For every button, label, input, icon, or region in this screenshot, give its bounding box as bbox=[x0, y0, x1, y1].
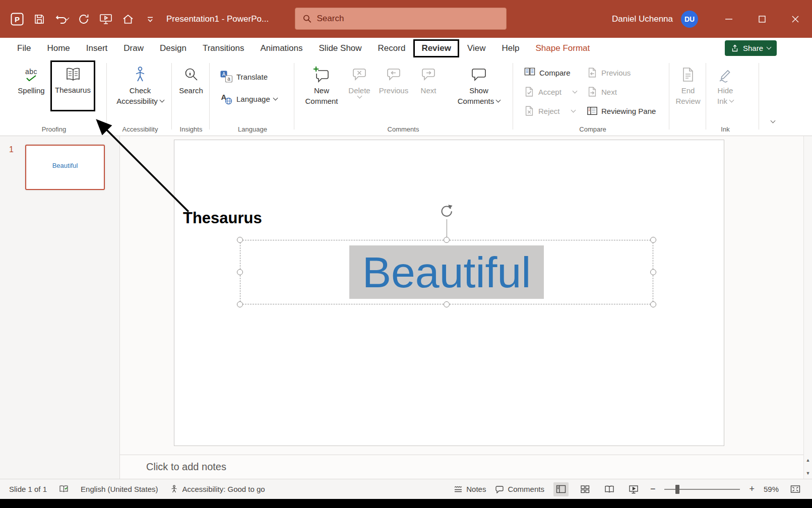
zoom-in-button[interactable]: + bbox=[749, 484, 755, 494]
slide-sorter-view-button[interactable] bbox=[578, 482, 593, 496]
show-comments-dropdown-icon[interactable] bbox=[496, 98, 501, 103]
share-label: Share bbox=[743, 44, 763, 52]
scroll-up-arrow[interactable]: ▲ bbox=[804, 458, 812, 463]
save-button[interactable] bbox=[28, 8, 50, 30]
slide-indicator[interactable]: Slide 1 of 1 bbox=[9, 485, 47, 493]
user-name[interactable]: Daniel Uchenna bbox=[612, 14, 673, 24]
tab-view[interactable]: View bbox=[459, 39, 494, 58]
spelling-button[interactable]: abc Spelling bbox=[13, 61, 49, 113]
slide-show-icon bbox=[629, 485, 639, 494]
tab-transitions[interactable]: Transitions bbox=[195, 39, 253, 58]
slide-number: 1 bbox=[9, 145, 14, 154]
comments-toggle-label: Comments bbox=[508, 485, 544, 493]
reading-view-button[interactable] bbox=[602, 482, 617, 496]
slide-show-view-button[interactable] bbox=[626, 482, 641, 496]
minimize-button[interactable] bbox=[712, 0, 745, 38]
slide[interactable]: Beautiful bbox=[174, 140, 724, 446]
resize-handle-top-right[interactable] bbox=[650, 237, 656, 243]
tab-slide-show[interactable]: Slide Show bbox=[311, 39, 370, 58]
spelling-icon: abc bbox=[25, 65, 37, 85]
rotate-handle[interactable] bbox=[439, 204, 454, 221]
tab-animations[interactable]: Animations bbox=[252, 39, 310, 58]
zoom-level[interactable]: 59% bbox=[764, 485, 779, 493]
scroll-down-arrow[interactable]: ▼ bbox=[804, 471, 812, 476]
reject-dropdown-icon bbox=[571, 107, 576, 112]
tab-insert[interactable]: Insert bbox=[78, 39, 116, 58]
resize-handle-bottom-left[interactable] bbox=[237, 301, 243, 307]
group-divider bbox=[669, 63, 669, 130]
comments-toggle-button[interactable]: Comments bbox=[495, 485, 544, 493]
quick-access-toolbar: P bbox=[6, 0, 161, 38]
language-group-label: Language bbox=[212, 125, 293, 133]
ribbon-tab-bar: File Home Insert Draw Design Transitions… bbox=[0, 38, 812, 59]
vertical-scrollbar[interactable]: ▲ ▼ bbox=[803, 136, 812, 479]
user-avatar[interactable]: DU bbox=[681, 11, 698, 28]
share-dropdown-icon[interactable] bbox=[767, 45, 772, 50]
fit-to-window-icon bbox=[790, 485, 800, 493]
share-button[interactable]: Share bbox=[725, 40, 777, 56]
new-comment-label-line2: Comment bbox=[305, 96, 338, 106]
check-accessibility-button[interactable]: Check Accessibility bbox=[110, 61, 170, 113]
maximize-button[interactable] bbox=[745, 0, 779, 38]
notes-pane[interactable]: Click to add notes bbox=[120, 455, 803, 479]
zoom-slider-thumb[interactable] bbox=[675, 485, 679, 494]
home-icon[interactable] bbox=[117, 8, 139, 30]
tab-record[interactable]: Record bbox=[370, 39, 414, 58]
previous-comment-icon bbox=[385, 65, 402, 85]
next-change-label: Next bbox=[601, 87, 617, 97]
notes-toggle-button[interactable]: Notes bbox=[454, 485, 486, 493]
tab-design[interactable]: Design bbox=[152, 39, 195, 58]
reviewing-pane-button[interactable]: Reviewing Pane bbox=[584, 103, 659, 118]
normal-view-button[interactable] bbox=[553, 482, 569, 496]
tab-file[interactable]: File bbox=[9, 39, 39, 58]
resize-handle-middle-right[interactable] bbox=[650, 269, 656, 275]
check-accessibility-dropdown-icon[interactable] bbox=[159, 98, 164, 103]
previous-change-icon bbox=[587, 67, 598, 78]
compare-label: Compare bbox=[539, 68, 571, 78]
show-comments-button[interactable]: Show Comments bbox=[453, 61, 505, 113]
start-slideshow-icon[interactable] bbox=[95, 8, 117, 30]
title-textbox-selection[interactable]: Beautiful bbox=[240, 240, 653, 304]
smart-search-button[interactable]: Search bbox=[174, 61, 208, 113]
resize-handle-bottom-right[interactable] bbox=[650, 301, 656, 307]
accessibility-icon bbox=[170, 485, 178, 493]
tab-review-active-annotated[interactable]: Review bbox=[413, 39, 459, 57]
tab-insert-label: Insert bbox=[86, 43, 108, 53]
collapse-ribbon-chevron-icon bbox=[770, 118, 775, 123]
check-accessibility-label-line1: Check bbox=[130, 86, 151, 95]
reject-label: Reject bbox=[538, 106, 560, 116]
close-button[interactable] bbox=[779, 0, 812, 38]
tab-home[interactable]: Home bbox=[39, 39, 78, 58]
collapse-ribbon-button[interactable] bbox=[766, 115, 779, 128]
resize-handle-bottom-middle[interactable] bbox=[444, 301, 450, 307]
group-divider bbox=[171, 63, 172, 130]
zoom-slider[interactable] bbox=[664, 489, 740, 490]
ink-group-label: Ink bbox=[708, 125, 742, 133]
search-input[interactable] bbox=[317, 14, 499, 24]
language-button[interactable]: A Language bbox=[217, 91, 280, 106]
tab-draw[interactable]: Draw bbox=[115, 39, 152, 58]
thesaurus-button-annotated[interactable]: Thesaurus bbox=[50, 60, 95, 111]
redo-button[interactable] bbox=[73, 8, 95, 30]
accessibility-status[interactable]: Accessibility: Good to go bbox=[170, 485, 265, 493]
resize-handle-top-left[interactable] bbox=[237, 237, 243, 243]
zoom-out-button[interactable]: − bbox=[650, 484, 656, 494]
slide-1-thumbnail[interactable]: Beautiful bbox=[25, 145, 105, 190]
slide-title-text[interactable]: Beautiful bbox=[349, 245, 544, 299]
tab-shape-format[interactable]: Shape Format bbox=[528, 39, 598, 58]
spelling-status-icon[interactable] bbox=[59, 485, 69, 493]
titlebar-search[interactable] bbox=[295, 8, 507, 30]
resize-handle-middle-left[interactable] bbox=[237, 269, 243, 275]
tab-help[interactable]: Help bbox=[494, 39, 528, 58]
customize-quick-access-toolbar-icon[interactable] bbox=[139, 8, 161, 30]
fit-slide-to-window-button[interactable] bbox=[788, 482, 803, 496]
new-comment-button[interactable]: New Comment bbox=[301, 61, 342, 113]
language-status[interactable]: English (United States) bbox=[81, 485, 158, 493]
language-dropdown-icon[interactable] bbox=[273, 95, 278, 100]
undo-button[interactable] bbox=[50, 8, 73, 30]
resize-handle-top-middle[interactable] bbox=[444, 237, 450, 243]
translate-button[interactable]: Aa Translate bbox=[217, 69, 271, 84]
powerpoint-logo-icon[interactable]: P bbox=[6, 8, 28, 30]
tab-record-label: Record bbox=[378, 43, 406, 53]
compare-button[interactable]: Compare bbox=[521, 65, 574, 80]
